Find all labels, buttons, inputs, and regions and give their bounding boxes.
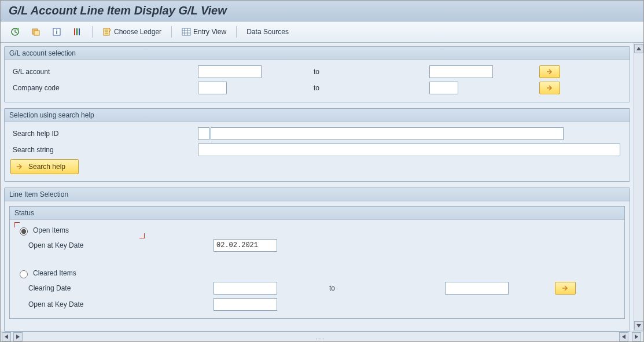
search-help-button-label: Search help [28, 163, 65, 171]
company-code-from-input[interactable] [198, 82, 227, 94]
clearing-date-to-label: to [277, 284, 445, 292]
cleared-key-date-label: Open at Key Date [16, 300, 214, 308]
search-help-group: Selection using search help Search help … [4, 108, 630, 182]
app-window: G/L Account Line Item Display G/L View i… [0, 0, 644, 342]
vertical-scrollbar[interactable] [634, 43, 643, 332]
company-code-label: Company code [10, 84, 198, 92]
search-string-input[interactable] [198, 144, 620, 156]
bars-icon [73, 27, 82, 36]
status-title: Status [10, 207, 624, 220]
gl-account-from-input[interactable] [198, 65, 262, 78]
title-bar: G/L Account Line Item Display G/L View [1, 1, 643, 21]
arrow-right-icon [546, 84, 554, 91]
clearing-date-to-input[interactable] [445, 282, 509, 295]
scroll-right-end-button[interactable] [632, 332, 641, 341]
open-items-label: Open Items [33, 226, 69, 234]
entry-view-label: Entry View [193, 28, 226, 36]
line-item-group: Line Item Selection Status Open Items [4, 187, 630, 332]
status-group: Status Open Items Open at Key Date [9, 206, 625, 319]
choose-ledger-label: Choose Ledger [114, 28, 161, 36]
cleared-items-radio[interactable] [20, 270, 28, 278]
cleared-items-label: Cleared Items [33, 269, 76, 277]
company-code-to-input[interactable] [429, 82, 458, 94]
scroll-left-button[interactable] [2, 332, 11, 341]
focus-marker-icon [139, 233, 145, 238]
company-code-multi-button[interactable] [539, 82, 560, 94]
scroll-down-button[interactable] [634, 321, 643, 330]
company-code-to-label: to [262, 84, 429, 92]
scroll-left-end-button[interactable] [619, 332, 628, 341]
grid-icon [182, 27, 191, 36]
gl-account-label: G/L account [10, 68, 198, 76]
svg-text:i: i [56, 28, 57, 35]
gl-account-to-label: to [262, 68, 429, 76]
svg-point-1 [17, 28, 19, 30]
scroll-right-button[interactable] [13, 332, 23, 341]
gl-account-multi-button[interactable] [539, 65, 560, 78]
bars-button[interactable] [69, 25, 86, 38]
clearing-date-multi-button[interactable] [555, 282, 576, 295]
toolbar: i Choose Ledger Entry View Data Sources [1, 21, 643, 43]
svg-rect-3 [34, 31, 39, 35]
data-sources-label: Data Sources [246, 28, 289, 36]
data-sources-button[interactable]: Data Sources [242, 26, 293, 38]
arrow-right-icon [546, 68, 554, 75]
gl-selection-group: G/L account selection G/L account to Com… [4, 46, 630, 102]
horizontal-scrollbar[interactable]: ::: [1, 332, 643, 341]
search-help-title: Selection using search help [5, 109, 630, 122]
clearing-date-label: Clearing Date [16, 284, 214, 292]
clearing-date-from-input[interactable] [214, 282, 277, 295]
svg-rect-6 [74, 28, 75, 35]
ledger-icon [102, 27, 112, 36]
svg-rect-7 [76, 28, 78, 35]
gl-account-to-input[interactable] [429, 65, 493, 78]
open-key-date-input[interactable] [214, 239, 277, 252]
search-string-label: Search string [10, 146, 198, 154]
svg-rect-8 [79, 28, 80, 35]
open-items-radio[interactable] [20, 227, 28, 236]
folder-icon [31, 27, 41, 36]
get-variant-button[interactable] [27, 25, 45, 38]
scroll-up-button[interactable] [634, 44, 643, 53]
grip-icon: ::: [316, 337, 326, 342]
open-key-date-label: Open at Key Date [16, 241, 214, 249]
info-button[interactable]: i [48, 25, 65, 38]
page-title: G/L Account Line Item Display G/L View [9, 4, 635, 17]
execute-button[interactable] [6, 25, 24, 38]
focus-marker-icon [14, 222, 20, 227]
svg-rect-10 [182, 28, 190, 35]
gl-selection-title: G/L account selection [5, 47, 630, 60]
search-help-id-label: Search help ID [10, 130, 198, 138]
search-help-id-input[interactable] [198, 127, 209, 140]
cleared-key-date-input[interactable] [214, 298, 277, 311]
entry-view-button[interactable]: Entry View [178, 25, 230, 38]
arrow-right-icon [16, 163, 24, 170]
arrow-right-icon [561, 285, 569, 292]
search-help-id-desc-input[interactable] [211, 127, 564, 140]
info-icon: i [52, 27, 61, 36]
clock-icon [10, 27, 20, 36]
line-item-title: Line Item Selection [5, 188, 630, 201]
choose-ledger-button[interactable]: Choose Ledger [98, 25, 165, 38]
content-area: G/L account selection G/L account to Com… [1, 43, 634, 332]
search-help-button[interactable]: Search help [10, 159, 79, 174]
